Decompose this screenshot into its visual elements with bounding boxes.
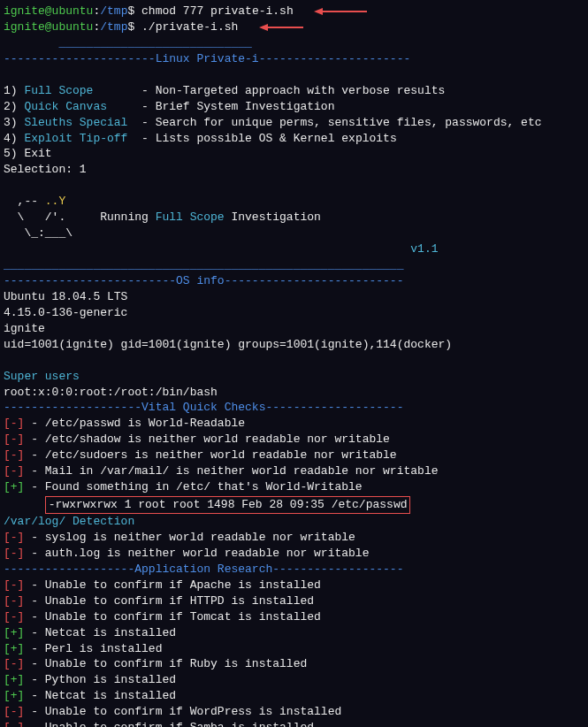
status-pos-icon: [+] [4, 689, 24, 702]
svg-marker-3 [259, 24, 268, 31]
menu-exit[interactable]: 5) Exit [4, 147, 52, 160]
command-2: ./private-i.sh [141, 20, 238, 34]
status-neg-icon: [-] [4, 657, 24, 670]
hdr-top: ____________________________ [4, 36, 252, 50]
status-neg-icon: [-] [4, 432, 24, 446]
version-label: v1.1 [4, 242, 438, 256]
section-vital-checks: --------------------Vital Quick Checks--… [4, 401, 403, 414]
svg-marker-1 [314, 8, 323, 15]
selection-prompt: Selection: 1 [4, 163, 87, 176]
menu-exploit-tipoff[interactable]: Exploit Tip-off [24, 132, 127, 145]
section-app-research: -------------------Application Research-… [4, 562, 403, 576]
status-pos-icon: [+] [4, 480, 24, 494]
status-neg-icon: [-] [4, 610, 24, 624]
header-title: ----------------------Linux Private-i---… [4, 52, 410, 65]
status-neg-icon: [-] [4, 578, 24, 592]
menu-sleuths-special[interactable]: Sleuths Special [24, 116, 127, 129]
super-users-line: root:x:0:0:root:/root:/bin/bash [4, 386, 218, 399]
cwd: /tmp [100, 4, 127, 18]
os-user: ignite [4, 322, 45, 335]
arrow-left-icon [259, 23, 303, 32]
os-kernel: 4.15.0-136-generic [4, 306, 127, 319]
status-neg-icon: [-] [4, 417, 24, 430]
command-1: chmod 777 private-i.sh [141, 4, 294, 18]
highlighted-finding: -rwxrwxrwx 1 root root 1498 Feb 28 09:35… [45, 496, 411, 514]
varlog-label: /var/log/ Detection [4, 515, 134, 528]
terminal-output: ignite@ubuntu:/tmp$ chmod 777 private-i.… [4, 4, 584, 727]
status-pos-icon: [+] [4, 642, 24, 655]
status-neg-icon: [-] [4, 531, 24, 544]
os-distro: Ubuntu 18.04.5 LTS [4, 290, 127, 303]
super-users-label: Super users [4, 370, 80, 383]
status-pos-icon: [+] [4, 673, 24, 686]
status-neg-icon: [-] [4, 448, 24, 462]
status-neg-icon: [-] [4, 721, 24, 727]
status-pos-icon: [+] [4, 626, 24, 639]
user-host: ignite@ubuntu [4, 20, 93, 34]
run-mode: Full Scope [156, 210, 225, 224]
status-neg-icon: [-] [4, 547, 24, 560]
user-host: ignite@ubuntu [4, 4, 93, 18]
status-neg-icon: [-] [4, 594, 24, 608]
cwd: /tmp [100, 20, 127, 34]
status-neg-icon: [-] [4, 464, 24, 478]
status-neg-icon: [-] [4, 705, 24, 718]
menu-quick-canvas[interactable]: Quick Canvas [24, 100, 107, 113]
os-id: uid=1001(ignite) gid=1001(ignite) groups… [4, 338, 452, 351]
section-os-info: -------------------------OS info--------… [4, 274, 403, 287]
arrow-left-icon [314, 7, 367, 16]
menu-full-scope[interactable]: Full Scope [24, 84, 93, 97]
